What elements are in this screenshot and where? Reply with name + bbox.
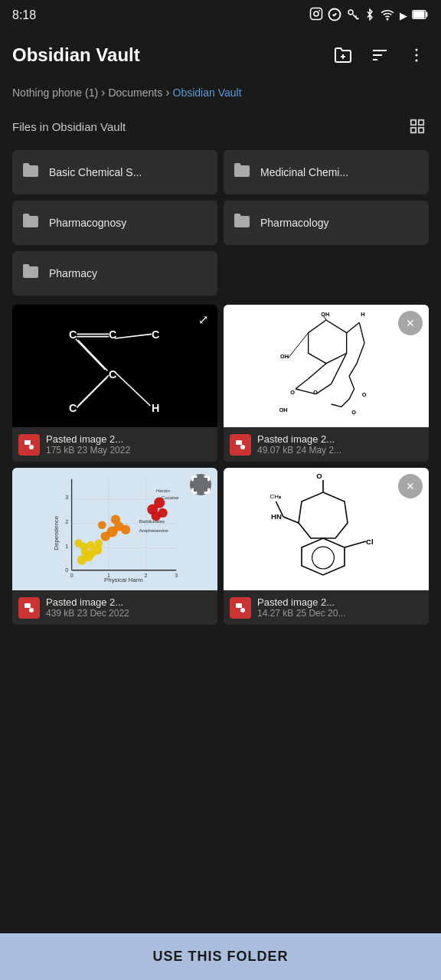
file-icon (230, 434, 251, 456)
svg-line-5 (353, 15, 358, 19)
image-thumbnail: O HN Cl CH₃ ✕ (224, 468, 429, 590)
svg-text:1: 1 (65, 544, 68, 549)
image-card[interactable]: OH OH OH H O O O O (224, 305, 429, 462)
image-details: Pasted image 2... 439 kB 23 Dec 2022 (46, 596, 129, 619)
bluetooth-icon (364, 8, 375, 24)
image-info: Pasted image 2... 175 kB 23 May 2022 (12, 427, 217, 462)
instagram-icon (309, 7, 323, 24)
svg-text:OH: OH (321, 311, 329, 318)
breadcrumb-item-1[interactable]: Documents (108, 87, 162, 99)
svg-point-16 (416, 54, 418, 57)
file-icon (18, 597, 40, 619)
check-icon (328, 8, 341, 24)
breadcrumb: Nothing phone (1) › Documents › Obsidian… (0, 80, 441, 109)
svg-rect-9 (413, 11, 425, 18)
svg-text:2: 2 (65, 519, 68, 524)
image-name: Pasted image 2... (46, 596, 129, 608)
svg-rect-110 (24, 603, 31, 608)
wifi-icon (380, 8, 395, 24)
folder-item[interactable]: Pharmacology (224, 201, 429, 245)
svg-point-67 (240, 445, 245, 449)
signal-icon: ▶ (400, 10, 407, 21)
image-card[interactable]: O HN Cl CH₃ ✕ (224, 468, 429, 625)
svg-text:1: 1 (107, 573, 110, 578)
svg-rect-8 (426, 11, 427, 16)
svg-text:H: H (361, 311, 364, 318)
svg-rect-38 (24, 440, 31, 445)
breadcrumb-sep-0: › (101, 86, 105, 100)
svg-point-100 (98, 521, 106, 529)
svg-rect-20 (411, 128, 416, 132)
more-button[interactable] (404, 43, 429, 67)
svg-text:Cl: Cl (366, 537, 374, 546)
image-meta: 439 kB 23 Dec 2022 (46, 608, 129, 619)
image-card[interactable]: Dependence Physical Harm 0 1 2 3 0 1 2 3 (12, 468, 217, 625)
svg-point-126 (240, 608, 245, 612)
folder-item[interactable]: Basic Chemical S... (12, 150, 217, 194)
image-thumbnail: Dependence Physical Harm 0 1 2 3 0 1 2 3 (12, 468, 217, 590)
breadcrumb-item-0[interactable]: Nothing phone (1) (12, 87, 98, 99)
status-bar: 8:18 (0, 0, 441, 31)
svg-text:0: 0 (65, 567, 68, 573)
svg-point-99 (111, 515, 120, 524)
svg-text:CH₃: CH₃ (270, 493, 281, 500)
folder-icon (21, 161, 40, 184)
folder-item[interactable]: Medicinal Chemi... (224, 150, 429, 194)
svg-rect-18 (411, 120, 416, 125)
svg-text:O: O (351, 409, 356, 416)
svg-text:C: C (69, 402, 77, 414)
svg-point-1 (314, 11, 318, 16)
files-count-label: Files in Obsidian Vault (12, 120, 126, 133)
image-info: Pasted image 2... 14.27 kB 25 Dec 20... (224, 590, 429, 625)
image-name: Pasted image 2... (257, 433, 341, 445)
image-details: Pasted image 2... 175 kB 23 May 2022 (46, 433, 130, 456)
svg-point-4 (348, 10, 353, 15)
folder-item[interactable]: Pharmacognosy (12, 201, 217, 245)
svg-text:3: 3 (65, 495, 68, 500)
image-card[interactable]: C C C H C C ⤢ (12, 305, 217, 462)
image-details: Pasted image 2... 14.27 kB 25 Dec 20... (257, 596, 345, 619)
folder-name: Pharmacology (260, 217, 329, 229)
image-info: Pasted image 2... 439 kB 23 Dec 2022 (12, 590, 217, 625)
breadcrumb-item-2[interactable]: Obsidian Vault (173, 87, 242, 99)
folder-name: Basic Chemical S... (49, 166, 142, 178)
key-icon (346, 8, 360, 24)
svg-text:Amphetamine: Amphetamine (139, 528, 169, 533)
app-bar-actions (331, 43, 429, 67)
expand-button[interactable]: ⤢ (195, 311, 211, 328)
use-folder-button[interactable]: USE THIS FOLDER (0, 933, 441, 980)
sort-button[interactable] (368, 43, 392, 67)
image-info: Pasted image 2... 49.07 kB 24 May 2... (224, 427, 429, 462)
svg-text:C: C (109, 368, 116, 381)
folder-icon (21, 262, 40, 285)
view-toggle-button[interactable] (406, 115, 429, 138)
svg-rect-40 (275, 305, 377, 427)
folder-name: Medicinal Chemi... (260, 166, 348, 178)
svg-rect-21 (419, 128, 423, 132)
folder-name: Pharmacognosy (49, 217, 126, 229)
svg-text:Heroin: Heroin (156, 488, 171, 493)
expand-button[interactable]: ✕ (398, 474, 423, 498)
svg-text:3: 3 (175, 573, 178, 578)
app-title: Obsidian Vault (12, 44, 140, 66)
folder-name: Pharmacy (49, 267, 97, 279)
expand-button[interactable]: ✕ (398, 311, 423, 335)
file-icon (18, 434, 40, 456)
svg-text:O: O (313, 389, 318, 396)
svg-text:O: O (290, 389, 295, 396)
svg-text:OH: OH (280, 353, 289, 360)
svg-text:OH: OH (279, 407, 288, 413)
svg-text:Cocaine: Cocaine (162, 495, 179, 500)
image-meta: 175 kB 23 May 2022 (46, 445, 130, 456)
svg-text:2: 2 (145, 573, 148, 578)
new-folder-button[interactable] (331, 43, 355, 67)
svg-text:Barbiturates: Barbiturates (139, 518, 165, 524)
page-bottom (0, 625, 441, 686)
image-name: Pasted image 2... (257, 596, 345, 608)
svg-point-111 (29, 608, 34, 612)
svg-point-39 (29, 445, 34, 449)
folder-item[interactable]: Pharmacy (12, 251, 217, 296)
image-name: Pasted image 2... (46, 433, 130, 445)
expand-button[interactable] (190, 474, 211, 495)
svg-text:HN: HN (271, 512, 282, 521)
